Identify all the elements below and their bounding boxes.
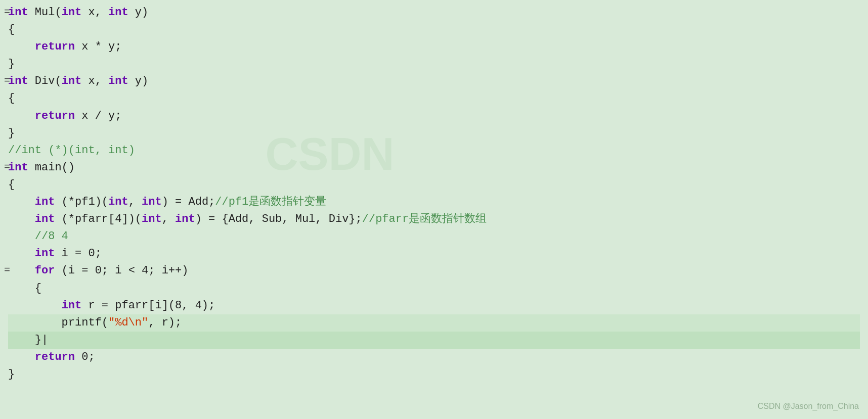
token-plain: } — [8, 125, 15, 142]
code-line: =int Div(int x, int y) — [8, 73, 860, 90]
token-kw: return — [35, 349, 75, 366]
token-cm: //8 4 — [8, 228, 68, 245]
code-line: =int main() — [8, 159, 860, 176]
token-plain: (*pfarr[4])( — [55, 211, 142, 228]
code-line: { — [8, 176, 860, 194]
token-kw: int — [108, 194, 128, 211]
token-kw: return — [35, 38, 75, 56]
code-line: printf("%d\n", r); — [8, 314, 860, 332]
token-str: "%d\n" — [108, 314, 148, 332]
token-plain: x, — [81, 73, 108, 90]
token-kw: for — [35, 262, 55, 280]
token-kw: int — [35, 211, 55, 228]
token-cm: //int (*)(int, int) — [8, 142, 135, 159]
token-kw: int — [142, 194, 162, 211]
token-plain: { — [8, 90, 15, 107]
token-plain: x, — [81, 4, 108, 21]
token-plain — [8, 194, 35, 211]
code-line: } — [8, 125, 860, 142]
token-cm: //pf1是函数指针变量 — [215, 194, 326, 211]
line-marker: = — [4, 262, 10, 278]
code-line: //int (*)(int, int) — [8, 142, 860, 159]
token-plain: , — [162, 211, 175, 228]
code-line: { — [8, 280, 860, 297]
code-line: int r = pfarr[i](8, 4); — [8, 297, 860, 314]
token-plain: , r); — [148, 314, 182, 332]
token-plain: printf( — [8, 314, 108, 332]
token-plain: { — [8, 280, 41, 297]
token-plain: r = pfarr[i](8, 4); — [81, 297, 215, 314]
code-line: int (*pfarr[4])(int, int) = {Add, Sub, M… — [8, 211, 860, 228]
token-plain — [8, 262, 35, 280]
code-editor: CSDN =int Mul(int x, int y){ return x * … — [0, 0, 868, 387]
token-kw: int — [108, 4, 128, 21]
token-plain: (i = 0; i < 4; i++) — [55, 262, 188, 280]
token-kw: int — [62, 4, 82, 21]
line-marker: = — [4, 73, 10, 88]
token-plain — [8, 245, 35, 262]
code-line: =int Mul(int x, int y) — [8, 4, 860, 21]
token-kw: int — [35, 245, 55, 262]
code-line: return x * y; — [8, 38, 860, 56]
token-kw: int — [35, 194, 55, 211]
token-plain: ) = Add; — [162, 194, 215, 211]
code-line: { — [8, 21, 860, 38]
code-line: { — [8, 90, 860, 107]
token-plain: | — [41, 332, 48, 349]
token-cm: //pfarr是函数指针数组 — [362, 211, 487, 228]
code-line: int i = 0; — [8, 245, 860, 262]
token-plain: (*pf1)( — [55, 194, 108, 211]
token-plain: } — [8, 332, 41, 349]
code-line: //8 4 — [8, 228, 860, 245]
token-plain — [8, 108, 35, 125]
token-plain: 0; — [75, 349, 95, 366]
token-kw: int — [62, 297, 82, 314]
token-plain: ) = {Add, Sub, Mul, Div}; — [195, 211, 362, 228]
token-plain: , — [128, 194, 142, 211]
code-line: }| — [8, 332, 860, 349]
token-plain: } — [8, 56, 15, 73]
code-line: } — [8, 56, 860, 73]
token-plain — [8, 38, 35, 56]
watermark: CSDN @Jason_from_China — [758, 400, 859, 413]
token-plain: Div( — [28, 73, 62, 90]
token-plain: { — [8, 176, 15, 194]
token-kw: int — [108, 73, 128, 90]
code-line: = for (i = 0; i < 4; i++) — [8, 262, 860, 280]
code-line: } — [8, 366, 860, 383]
line-marker: = — [4, 4, 10, 20]
token-kw: int — [8, 4, 28, 21]
token-plain: x * y; — [75, 38, 121, 56]
code-line: return x / y; — [8, 108, 860, 125]
token-plain — [8, 297, 62, 314]
token-plain — [8, 349, 35, 366]
token-plain: Mul( — [28, 4, 62, 21]
token-plain — [8, 211, 35, 228]
token-kw: int — [8, 73, 28, 90]
token-plain: } — [8, 366, 15, 383]
token-kw: int — [142, 211, 162, 228]
token-plain: { — [8, 21, 15, 38]
line-marker: = — [4, 159, 10, 175]
token-plain: x / y; — [75, 108, 121, 125]
token-plain: y) — [128, 73, 149, 90]
token-plain: i = 0; — [55, 245, 101, 262]
token-kw: int — [175, 211, 195, 228]
token-plain: y) — [128, 4, 149, 21]
token-kw: int — [8, 159, 28, 176]
code-line: int (*pf1)(int, int) = Add;//pf1是函数指针变量 — [8, 194, 860, 211]
code-line: return 0; — [8, 349, 860, 366]
token-kw: return — [35, 108, 75, 125]
token-kw: int — [62, 73, 82, 90]
token-plain: main() — [28, 159, 75, 176]
